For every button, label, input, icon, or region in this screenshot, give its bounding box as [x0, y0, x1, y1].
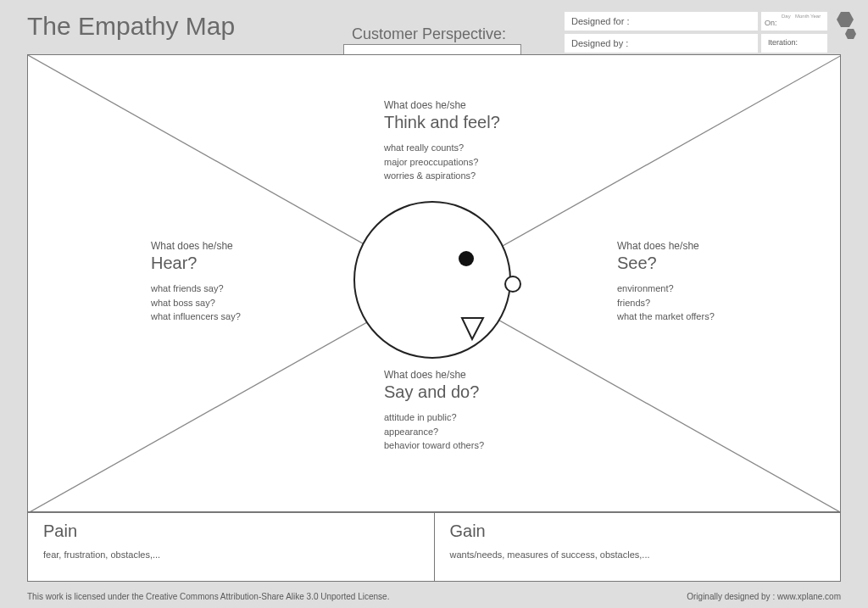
hear-lead: What does he/she [151, 240, 320, 252]
say-lead: What does he/she [384, 369, 554, 381]
gain-box: Gain wants/needs, measures of success, o… [434, 512, 842, 582]
license-text: This work is licensed under the Creative… [27, 592, 389, 601]
gain-heading: Gain [450, 522, 826, 541]
think-lead: What does he/she [384, 99, 554, 111]
on-label: On: [765, 19, 777, 27]
gain-prompt: wants/needs, measures of success, obstac… [450, 549, 826, 560]
quadrant-see: What does he/she See? environment? frien… [617, 240, 804, 324]
pain-gain-row: Pain fear, frustration, obstacles,... Ga… [27, 512, 841, 582]
see-prompt-2: friends? [617, 296, 804, 310]
see-heading: See? [617, 254, 804, 273]
designed-for-field[interactable]: Designed for : [565, 12, 758, 31]
iteration-field[interactable]: Iteration: [761, 34, 827, 53]
empathy-map-canvas: What does he/she Think and feel? what re… [27, 54, 841, 512]
iteration-label: Iteration: [768, 38, 798, 47]
think-prompt-2: major preoccupations? [384, 155, 554, 170]
hexagon-logo-icon [832, 12, 860, 56]
face-icon [352, 199, 513, 360]
pain-box: Pain fear, frustration, obstacles,... [27, 512, 434, 582]
designed-by-label: Designed by : [571, 38, 628, 48]
think-heading: Think and feel? [384, 113, 554, 132]
hear-heading: Hear? [151, 254, 320, 273]
svg-marker-0 [837, 12, 854, 27]
hear-prompt-3: what influencers say? [151, 310, 320, 324]
see-lead: What does he/she [617, 240, 804, 252]
hear-prompt-2: what boss say? [151, 296, 320, 310]
svg-point-5 [459, 251, 474, 266]
credit-text: Originally designed by : www.xplane.com [687, 592, 841, 601]
say-heading: Say and do? [384, 382, 554, 402]
think-prompt-3: worries & aspirations? [384, 169, 554, 183]
see-prompt-3: what the market offers? [617, 310, 804, 324]
quadrant-say-do: What does he/she Say and do? attitude in… [384, 369, 554, 453]
pain-heading: Pain [43, 522, 419, 541]
day-label: Day [782, 14, 791, 19]
quadrant-hear: What does he/she Hear? what friends say?… [151, 240, 320, 324]
designed-by-field[interactable]: Designed by : [565, 34, 758, 53]
svg-point-6 [505, 276, 520, 292]
pain-prompt: fear, frustration, obstacles,... [43, 549, 419, 560]
svg-point-4 [354, 202, 510, 358]
say-prompt-1: attitude in public? [384, 410, 554, 425]
month-label: Month [795, 14, 810, 19]
hear-prompt-1: what friends say? [151, 282, 320, 296]
designed-for-label: Designed for : [571, 16, 629, 26]
say-prompt-3: behavior toward others? [384, 438, 554, 453]
see-prompt-1: environment? [617, 282, 804, 296]
year-label: Year [810, 14, 821, 19]
svg-marker-1 [845, 29, 856, 39]
quadrant-think-feel: What does he/she Think and feel? what re… [384, 99, 554, 183]
date-field[interactable]: On: Day Month Year [761, 12, 827, 31]
customer-perspective-label: Customer Perspective: [352, 25, 506, 43]
say-prompt-2: appearance? [384, 425, 554, 439]
think-prompt-1: what really counts? [384, 141, 554, 155]
page-title: The Empathy Map [27, 12, 235, 41]
